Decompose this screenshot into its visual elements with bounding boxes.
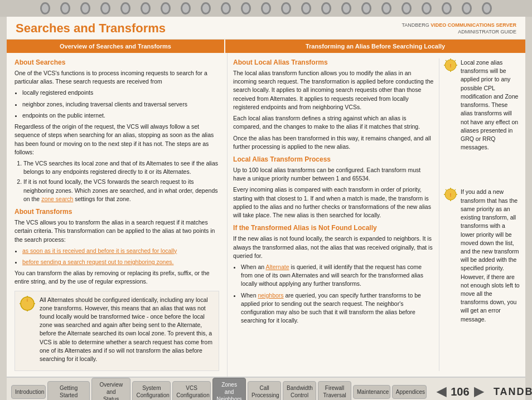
right-sidebar: ! Local zone alias transforms will be ap… — [439, 58, 520, 371]
spiral-ring — [462, 2, 472, 14]
process-title: Local Alias Transform Process — [233, 155, 434, 163]
bullet-item: locally registered endpoints — [22, 89, 219, 97]
spiral-ring — [141, 2, 151, 14]
not-found-bullets: When an Alternate is queried, it will id… — [241, 263, 434, 325]
spiral-ring — [422, 2, 432, 14]
svg-line-11 — [446, 60, 447, 61]
spiral-ring — [181, 2, 191, 14]
prev-page-arrow[interactable]: ◀ — [437, 384, 446, 399]
spiral-ring — [120, 2, 130, 14]
searches-bullet-list: locally registered endpoints neighbor zo… — [22, 89, 219, 120]
spiral-ring — [381, 2, 391, 14]
left-column: About Searches One of the VCS's function… — [7, 53, 228, 377]
spiral-ring — [80, 2, 90, 14]
about-transforms-p2: You can transform the alias by removing … — [14, 269, 219, 286]
svg-text:!: ! — [450, 63, 452, 69]
tip-icon-1: ! — [444, 58, 457, 72]
transform-link-item: before sending a search request out to n… — [22, 258, 219, 266]
tab-call-processing[interactable]: CallProcessing — [248, 381, 281, 400]
transform-link-1[interactable]: as soon as it is received and before it … — [22, 247, 177, 254]
transform-link-2[interactable]: before sending a search request out to n… — [22, 258, 173, 265]
brand-guide: ADMINISTRATOR GUIDE — [458, 29, 516, 35]
right-column: About Local Alias Transforms The local a… — [228, 53, 525, 377]
about-searches-p1: One of the VCS's functions is to process… — [14, 69, 219, 86]
about-searches-p2: Regardless of the origin of the request,… — [14, 123, 219, 157]
tab-system-configuration[interactable]: SystemConfiguration — [132, 381, 171, 400]
tab-bandwidth-control[interactable]: BandwidthControl — [283, 381, 316, 400]
section-headers: Overview of Searches and Transforms Tran… — [7, 40, 525, 53]
title-bar: Searches and Transforms TANDBERG VIDEO C… — [7, 17, 525, 40]
tip-box-1: ! Local zone alias transforms will be ap… — [444, 58, 520, 154]
page-number: 106 — [451, 386, 469, 398]
steps-list: The VCS searches its local zone and that… — [23, 159, 219, 203]
tip-icon-2: ! — [444, 188, 457, 201]
local-alias-p1: The local alias transform function allow… — [233, 69, 434, 111]
about-transforms-title: About Transforms — [14, 208, 219, 216]
spiral-binding — [0, 0, 532, 17]
warning-text: All Alternates should be configured iden… — [40, 296, 214, 364]
spiral-ring — [201, 2, 211, 14]
spiral-ring — [261, 2, 271, 14]
spiral-ring — [161, 2, 171, 14]
not-found-bullet: When neighbors are queried, you can spec… — [241, 291, 434, 325]
svg-line-12 — [455, 60, 456, 61]
zone-search-link[interactable]: zone search — [41, 196, 73, 202]
tab-introduction[interactable]: Introduction — [11, 385, 46, 399]
tab-appendices[interactable]: Appendices — [392, 385, 427, 399]
warning-box: ! All Alternates should be configured id… — [14, 291, 219, 372]
page-title: Searches and Transforms — [16, 21, 166, 36]
local-alias-title: About Local Alias Transforms — [233, 58, 434, 66]
spiral-ring — [321, 2, 331, 14]
next-page-arrow[interactable]: ▶ — [474, 384, 483, 399]
brand-info: TANDBERG VIDEO COMMUNICATIONS SERVER ADM… — [402, 22, 516, 36]
not-found-title: If the Transformed Alias is Not Found Lo… — [233, 224, 434, 232]
about-searches-title: About Searches — [14, 58, 219, 66]
transform-links-list: as soon as it is received and before it … — [22, 247, 219, 266]
tab-vcs-configuration[interactable]: VCSConfiguration — [172, 381, 211, 400]
tab-overview-status[interactable]: Overview andStatus — [91, 378, 130, 400]
tab-getting-started[interactable]: Getting Started — [47, 381, 90, 400]
step-item: The VCS searches its local zone and that… — [23, 159, 219, 176]
nav-tabs: Introduction Getting Started Overview an… — [11, 378, 427, 400]
process-p2: Every incoming alias is compared with ea… — [233, 186, 434, 219]
left-section-header: Overview of Searches and Transforms — [7, 40, 224, 53]
local-alias-p2: Each local alias transform defines a str… — [233, 114, 434, 131]
bullet-item: endpoints on the public internet. — [22, 111, 219, 120]
spiral-ring — [482, 2, 492, 14]
bottom-nav: Introduction Getting Started Overview an… — [7, 377, 525, 400]
svg-text:!: ! — [450, 192, 452, 198]
step-item: If it is not found locally, the VCS forw… — [23, 178, 219, 203]
brand-name: TANDBERG — [402, 22, 429, 28]
brand-highlight: VIDEO COMMUNICATIONS SERVER — [431, 22, 516, 28]
spiral-ring — [281, 2, 291, 14]
content-area: About Searches One of the VCS's function… — [7, 53, 525, 377]
spiral-ring — [442, 2, 452, 14]
spiral-ring — [100, 2, 110, 14]
tip-box-2: ! If you add a new transform that has th… — [444, 188, 520, 326]
tab-zones-neighbors[interactable]: Zones andNeighbors — [212, 378, 246, 400]
bullet-item: neighbor zones, including traversal clie… — [22, 100, 219, 109]
svg-line-19 — [446, 189, 447, 191]
spiral-ring — [40, 2, 50, 14]
warning-icon: ! — [20, 296, 35, 311]
spiral-ring — [301, 2, 311, 14]
process-p1: Up to 100 local alias transforms can be … — [233, 166, 434, 183]
svg-line-20 — [455, 189, 456, 191]
spiral-ring — [221, 2, 231, 14]
tip-text-2: If you add a new transform that has the … — [461, 188, 520, 324]
main-page: Searches and Transforms TANDBERG VIDEO C… — [7, 17, 525, 400]
not-found-bullet: When an Alternate is queried, it will id… — [241, 263, 434, 289]
tip-text-1: Local zone alias transforms will be appl… — [461, 58, 520, 152]
tab-firewall-traversal[interactable]: FirewallTraversal — [318, 381, 351, 400]
local-alias-p3: Once the alias has been transformed in t… — [233, 134, 434, 151]
about-transforms-p1: The VCS allows you to transform the alia… — [14, 218, 219, 244]
spiral-ring — [361, 2, 371, 14]
right-main: About Local Alias Transforms The local a… — [233, 58, 439, 371]
right-section-header: Transforming an Alias Before Searching L… — [225, 40, 525, 53]
tandberg-logo: TANDBERG — [494, 386, 532, 398]
neighbors-link[interactable]: neighbors — [258, 292, 283, 299]
spiral-ring — [60, 2, 70, 14]
alternate-link[interactable]: Alternate — [265, 264, 289, 270]
spiral-ring — [402, 2, 412, 14]
tab-maintenance[interactable]: Maintenance — [353, 385, 390, 399]
